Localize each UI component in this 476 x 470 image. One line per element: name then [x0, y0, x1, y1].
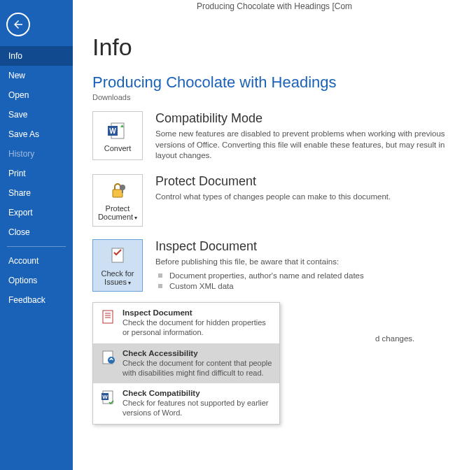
svg-text:W: W — [109, 127, 116, 135]
svg-rect-5 — [122, 190, 123, 193]
protect-heading: Protect Document — [155, 174, 456, 189]
backstage-sidebar: InfoNewOpenSaveSave AsHistoryPrintShareE… — [0, 0, 73, 470]
svg-text:W: W — [102, 394, 108, 400]
sidebar-item-close[interactable]: Close — [0, 222, 73, 242]
inspect-list-item: Custom XML data — [155, 280, 456, 291]
protect-label: Protect Document▾ — [96, 204, 139, 222]
compat-body: Some new features are disabled to preven… — [155, 129, 456, 162]
svg-point-12 — [108, 357, 115, 364]
sidebar-item-history: History — [0, 144, 73, 164]
protect-section: Protect Document▾ Protect Document Contr… — [92, 174, 456, 227]
document-title: Producing Chocolate with Headings — [92, 73, 456, 92]
compat-heading: Compatibility Mode — [155, 111, 456, 126]
svg-point-4 — [120, 185, 125, 190]
menu-item-desc: Check for features not supported by earl… — [122, 398, 272, 418]
menu-item-desc: Check the document for hidden properties… — [122, 318, 272, 338]
menu-item-icon — [100, 349, 117, 366]
sidebar-separator — [7, 246, 66, 247]
chevron-down-icon: ▾ — [128, 280, 131, 286]
sidebar-item-save-as[interactable]: Save As — [0, 124, 73, 144]
check-issues-icon — [106, 244, 129, 266]
inspect-trailing-text: d changes. — [375, 334, 414, 343]
svg-rect-6 — [112, 248, 123, 262]
menu-item-check-accessibility[interactable]: Check AccessibilityCheck the document fo… — [93, 343, 279, 384]
menu-item-check-compatibility[interactable]: WCheck CompatibilityCheck for features n… — [93, 383, 279, 424]
page-title: Info — [92, 34, 456, 61]
sidebar-item-print[interactable]: Print — [0, 164, 73, 183]
check-issues-button[interactable]: Check for Issues▾ — [92, 239, 143, 292]
sidebar-item-feedback[interactable]: Feedback — [0, 290, 73, 310]
convert-button[interactable]: W Convert — [92, 111, 143, 160]
word-convert-icon: W — [106, 119, 129, 141]
menu-item-inspect-document[interactable]: Inspect DocumentCheck the document for h… — [93, 303, 279, 343]
sidebar-item-open[interactable]: Open — [0, 85, 73, 105]
inspect-intro: Before publishing this file, be aware th… — [155, 257, 456, 268]
inspect-section: Check for Issues▾ Inspect Document Befor… — [92, 239, 456, 292]
svg-point-13 — [111, 357, 113, 359]
menu-item-title: Inspect Document — [122, 308, 272, 317]
menu-item-title: Check Accessibility — [122, 349, 272, 357]
check-issues-menu: Inspect DocumentCheck the document for h… — [92, 302, 280, 425]
sidebar-item-account[interactable]: Account — [0, 251, 73, 271]
compatibility-section: W Convert Compatibility Mode Some new fe… — [92, 111, 456, 162]
document-location: Downloads — [92, 93, 456, 101]
inspect-list: Document properties, author's name and r… — [155, 270, 456, 291]
protect-document-button[interactable]: Protect Document▾ — [92, 174, 143, 227]
sidebar-item-export[interactable]: Export — [0, 203, 73, 222]
inspect-list-item: Document properties, author's name and r… — [155, 270, 456, 280]
inspect-heading: Inspect Document — [155, 239, 456, 254]
menu-item-desc: Check the document for content that peop… — [122, 358, 272, 378]
menu-item-title: Check Compatibility — [122, 389, 272, 397]
protect-body: Control what types of changes people can… — [155, 192, 456, 203]
sidebar-item-save[interactable]: Save — [0, 105, 73, 124]
menu-item-icon — [100, 308, 117, 325]
sidebar-item-info[interactable]: Info — [0, 46, 73, 66]
arrow-left-icon — [12, 18, 24, 31]
convert-label: Convert — [104, 144, 132, 153]
menu-item-icon: W — [100, 389, 117, 406]
sidebar-item-new[interactable]: New — [0, 66, 73, 85]
svg-rect-7 — [103, 311, 113, 323]
back-button[interactable] — [6, 13, 30, 36]
sidebar-item-share[interactable]: Share — [0, 183, 73, 203]
chevron-down-icon: ▾ — [134, 215, 137, 221]
sidebar-item-options[interactable]: Options — [0, 271, 73, 290]
check-issues-label: Check for Issues▾ — [96, 269, 139, 287]
lock-icon — [106, 179, 129, 201]
svg-rect-3 — [113, 190, 122, 197]
